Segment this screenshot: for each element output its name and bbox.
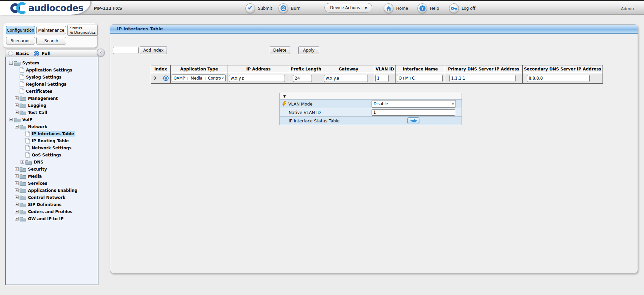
ip-interfaces-table: IndexApplication TypeIP AddressPrefix Le… — [151, 65, 603, 84]
tree-item-label[interactable]: Test Call — [27, 110, 48, 115]
tree-expand-icon[interactable]: + — [15, 203, 19, 206]
tree-item-label[interactable]: GW and IP to IP — [27, 216, 65, 222]
document-icon — [25, 145, 30, 151]
folder-icon — [14, 117, 21, 122]
tree-expand-icon[interactable]: + — [15, 96, 19, 100]
vlan_id-input[interactable] — [375, 75, 389, 82]
folder-icon — [20, 96, 26, 101]
tab-configuration[interactable]: Configuration — [6, 26, 35, 34]
folder-icon — [20, 103, 26, 108]
tree-item-label[interactable]: Security — [27, 167, 48, 172]
interface_name-input[interactable] — [397, 75, 443, 82]
gateway-input[interactable] — [324, 75, 368, 82]
tree-expand-icon[interactable]: + — [15, 188, 19, 192]
subpanel-row: IP Interface Status Table — [280, 117, 462, 125]
tree-item-label[interactable]: Regional Settings — [25, 82, 67, 87]
column-header: Primary DNS Server IP Address — [445, 65, 522, 73]
tree-expand-icon[interactable]: + — [15, 196, 19, 199]
tree-item-label[interactable]: Syslog Settings — [25, 75, 62, 80]
folder-icon — [20, 181, 26, 186]
tree-expand-icon[interactable]: + — [15, 217, 19, 220]
apply-button[interactable]: Apply — [298, 46, 319, 54]
submit-button[interactable]: ✔ Submit — [245, 3, 272, 13]
tree-item-label[interactable]: Services — [27, 181, 48, 186]
native-vlan-id-input[interactable] — [372, 109, 455, 116]
key-icon — [449, 3, 459, 13]
tree-item-label[interactable]: Coders and Profiles — [27, 209, 74, 214]
tree-expand-icon[interactable]: + — [21, 160, 24, 164]
tree-item-label[interactable]: Applications Enabling — [27, 188, 79, 193]
tree-expand-icon[interactable]: + — [15, 174, 19, 178]
tree-item-label[interactable]: Logging — [27, 103, 47, 108]
add-index-button[interactable]: Add Index — [140, 46, 167, 54]
tree-item: −VoIP — [6, 116, 98, 123]
folder-icon — [20, 124, 26, 129]
tree-collapse-icon[interactable]: − — [15, 125, 19, 128]
chevron-down-icon: ∨ — [222, 75, 224, 82]
tree-item-label[interactable]: VoIP — [21, 117, 33, 122]
tree-item-label[interactable]: IP Routing Table — [31, 138, 70, 144]
logoff-button[interactable]: Log off — [449, 3, 475, 13]
tree-item-label[interactable]: DNS — [33, 159, 45, 165]
tab-scenarios[interactable]: Scenarios — [6, 37, 35, 45]
tree-collapse-icon[interactable]: − — [9, 61, 13, 65]
subpanel-label-text: IP Interface Status Table — [289, 118, 340, 123]
tree-item: IP Interfaces Table — [6, 130, 98, 137]
column-header: Secondary DNS Server IP Address — [522, 65, 603, 73]
tree-collapse-icon[interactable]: − — [9, 118, 13, 121]
full-radio[interactable] — [34, 51, 39, 56]
tree-expand-icon[interactable]: + — [15, 210, 19, 213]
logged-in-user: Admin — [621, 6, 634, 11]
tree-item-label[interactable]: IP Interfaces Table — [31, 131, 75, 137]
submit-check-icon: ✔ — [245, 3, 255, 13]
ip-interface-status-table-arrow-button[interactable] — [407, 117, 419, 124]
subpanel-row-control — [372, 117, 462, 124]
tree-item-label[interactable]: SIP Definitions — [27, 202, 63, 207]
collapse-caret-icon[interactable]: ▼ — [283, 94, 286, 98]
vlan-mode-select[interactable]: Disable∨ — [372, 100, 456, 108]
tree-item-label[interactable]: Certificates — [25, 89, 53, 94]
tree-expand-icon[interactable]: + — [15, 104, 19, 107]
primary_dns-input[interactable] — [449, 75, 516, 82]
tree-item: Network Settings — [6, 144, 98, 151]
full-radio-label: Full — [42, 51, 51, 56]
help-button[interactable]: ? Help — [417, 3, 439, 13]
tree-item-label[interactable]: Application Settings — [25, 67, 73, 73]
tab-maintenance[interactable]: Maintenance — [36, 26, 66, 34]
tree-item-label[interactable]: System — [21, 60, 40, 66]
tab-status-diagnostics[interactable]: Status & Diagnostics — [67, 25, 98, 36]
tree-item-label[interactable]: Management — [27, 96, 59, 101]
burn-button[interactable]: Burn — [279, 3, 300, 13]
home-icon — [384, 3, 393, 13]
tree-item: Regional Settings — [6, 81, 98, 88]
folder-icon — [25, 159, 32, 165]
home-button[interactable]: Home — [384, 3, 408, 13]
tree-expand-icon[interactable]: + — [15, 167, 19, 171]
application_type-select[interactable]: OAMP + Media + Contro∨ — [172, 75, 226, 82]
device-actions-dropdown[interactable]: Device Actions ▼ — [324, 3, 372, 12]
basic-radio[interactable] — [8, 51, 13, 56]
secondary_dns-input[interactable] — [527, 75, 590, 82]
tab-status-line1: Status — [70, 26, 82, 30]
tree-item: +Applications Enabling — [6, 187, 98, 194]
tree-expand-icon[interactable]: + — [15, 111, 19, 114]
tree-item-label[interactable]: QoS Settings — [31, 152, 62, 158]
delete-button[interactable]: Delete — [270, 46, 290, 54]
document-icon — [20, 74, 24, 80]
interface_name-cell — [396, 73, 445, 84]
prefix_length-input[interactable] — [293, 75, 312, 82]
index-input[interactable] — [113, 47, 139, 54]
row-select-radio[interactable] — [163, 76, 169, 81]
tree-item-label[interactable]: Network Settings — [31, 145, 72, 151]
home-label: Home — [396, 6, 408, 11]
ip_address-input[interactable] — [229, 75, 285, 82]
sidebar-collapse-button[interactable]: ‹ — [97, 49, 105, 57]
tree-expand-icon[interactable]: + — [15, 181, 19, 185]
tree-item-label[interactable]: Media — [27, 174, 43, 179]
tree-item: +Management — [6, 95, 98, 102]
tab-search[interactable]: Search — [36, 37, 66, 45]
tree-item: +Media — [6, 173, 98, 180]
tree-item-label[interactable]: Control Network — [27, 195, 66, 200]
tree-item: −Network — [6, 123, 98, 130]
tree-item-label[interactable]: Network — [27, 124, 48, 129]
